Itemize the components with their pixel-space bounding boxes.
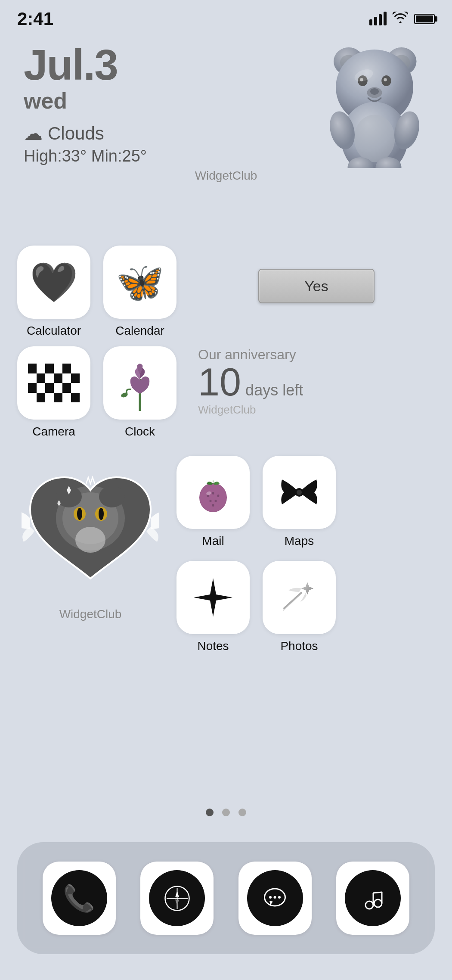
svg-point-32 [212,492,214,495]
svg-point-8 [384,78,387,81]
anniversary-days-row: 10 days left [198,363,303,401]
right-app-col: Mail [176,456,336,653]
anniversary-provider: WidgetClub [198,403,256,417]
status-icons [369,12,435,27]
notes-label: Notes [197,639,229,653]
app-item-maps[interactable]: Maps [263,456,336,548]
widgetclub-label: WidgetClub [24,169,428,183]
svg-point-27 [99,486,125,507]
anniversary-widget: Our anniversary 10 days left WidgetClub [198,347,303,417]
svg-point-25 [99,508,104,520]
svg-point-35 [215,500,217,502]
chat-icon [261,884,289,912]
notes-photos-row: Notes [176,561,336,653]
app-grid: 🖤 Calculator 🦋 Calendar Yes [0,246,452,653]
svg-point-39 [297,490,302,495]
checkerboard-glyph [28,364,80,402]
svg-point-30 [200,484,226,511]
svg-point-10 [370,88,379,95]
app-item-calculator[interactable]: 🖤 Calculator [17,246,90,338]
app-item-notes[interactable]: Notes [176,561,250,653]
tulip-glyph [118,355,161,411]
shooting-star-glyph [276,574,323,621]
svg-point-49 [274,896,276,899]
photos-icon[interactable] [263,561,336,634]
messages-circle[interactable] [247,870,303,926]
app-item-clock[interactable]: Clock [103,346,176,439]
phone-circle[interactable]: 📞 [51,870,107,926]
safari-circle[interactable] [149,870,205,926]
music-circle[interactable] [345,870,401,926]
svg-point-33 [217,495,220,497]
yes-label: Yes [304,278,328,295]
svg-marker-45 [175,891,179,897]
gummy-bear-svg [319,39,430,168]
camera-icon[interactable] [17,346,90,420]
dock-music[interactable] [336,862,409,935]
page-dot-1 [206,809,214,816]
anniversary-days-label: days left [245,381,303,399]
app-item-camera[interactable]: Camera [17,346,90,439]
battery-icon [414,14,435,24]
app-row-1: 🖤 Calculator 🦋 Calendar Yes [17,246,435,338]
sparkle-glyph [189,574,237,621]
signal-icon [369,12,387,25]
clock-label: Clock [125,425,155,439]
gummy-bear-decoration [319,39,430,168]
svg-point-34 [210,500,212,502]
svg-line-41 [283,595,299,610]
calendar-label: Calendar [115,324,164,338]
butterfly-glyph: 🦋 [116,260,164,305]
yes-widget-container: Yes [189,269,435,338]
notes-icon[interactable] [176,561,250,634]
svg-point-52 [374,899,382,907]
svg-line-55 [373,892,382,893]
dock-messages[interactable] [238,862,312,935]
yes-button-widget[interactable]: Yes [258,269,375,303]
svg-marker-46 [175,899,179,906]
camera-label: Camera [32,425,75,439]
maps-icon[interactable] [263,456,336,529]
page-dot-2 [222,809,230,816]
clock-icon[interactable] [103,346,176,420]
svg-point-36 [212,504,214,507]
compass-icon [163,884,191,912]
music-icon [359,884,387,912]
phone-icon: 📞 [63,883,95,914]
svg-point-51 [365,901,373,909]
cat-widget[interactable] [17,456,164,602]
cat-heart-svg [22,462,159,596]
svg-point-50 [278,896,281,899]
app-item-photos[interactable]: Photos [263,561,336,653]
weather-condition: Clouds [48,123,104,144]
anniversary-number: 10 [198,363,241,401]
calendar-icon[interactable]: 🦋 [103,246,176,319]
svg-point-23 [77,508,82,520]
calculator-icon[interactable]: 🖤 [17,246,90,319]
status-time: 2:41 [17,9,53,29]
dock-safari[interactable] [140,862,214,935]
page-indicator [0,809,452,816]
app-dock: 📞 [17,842,435,954]
app-item-mail[interactable]: Mail [176,456,250,548]
heart-glyph: 🖤 [30,260,78,305]
photos-label: Photos [280,639,318,653]
svg-point-12 [354,115,395,162]
app-row-2: Camera Clock Our anniversary 10 [17,346,435,439]
weather-icon: ☁ [24,122,43,144]
mail-label: Mail [202,534,224,548]
page-dot-3 [238,809,246,816]
svg-point-28 [75,527,105,553]
cat-widget-label: WidgetClub [17,607,164,621]
cat-widget-container[interactable]: WidgetClub [17,456,164,621]
mail-maps-row: Mail [176,456,336,548]
wifi-icon [393,12,408,27]
svg-point-48 [269,896,272,899]
app-row-3: WidgetClub [17,456,435,653]
app-item-calendar[interactable]: 🦋 Calendar [103,246,176,338]
status-bar: 2:41 [0,0,452,30]
mail-icon[interactable] [176,456,250,529]
dock-phone[interactable]: 📞 [43,862,116,935]
bow-glyph [276,471,323,514]
strawberry-glyph [192,471,235,514]
